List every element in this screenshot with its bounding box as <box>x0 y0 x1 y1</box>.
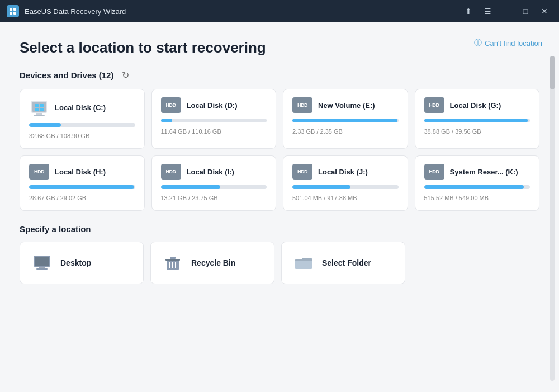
drive-card[interactable]: HDD Local Disk (G:) 38.88 GB / 39.56 GB <box>415 89 540 149</box>
specify-section-header: Specify a location <box>20 224 539 234</box>
svg-rect-5 <box>32 102 46 112</box>
folder-icon <box>293 252 314 273</box>
svg-rect-15 <box>36 268 48 270</box>
desktop-icon <box>31 252 53 273</box>
titlebar: EaseUS Data Recovery Wizard ⬆ ☰ — □ ✕ <box>0 0 559 22</box>
recycle-bin-icon <box>162 252 183 273</box>
drive-card[interactable]: HDD Local Disk (I:) 13.21 GB / 23.75 GB <box>151 155 277 211</box>
drive-size: 501.04 MB / 917.88 MB <box>292 195 357 201</box>
location-label-select-folder: Select Folder <box>322 258 371 267</box>
drive-grid: Local Disk (C:) 32.68 GB / 108.90 GB HDD… <box>20 89 539 211</box>
close-button[interactable]: ✕ <box>537 4 552 18</box>
drive-card[interactable]: HDD System Reser... (K:) 515.52 MB / 549… <box>415 155 540 211</box>
question-circle-icon: ⓘ <box>474 38 482 48</box>
drive-size: 515.52 MB / 549.00 MB <box>424 195 489 201</box>
drive-card-top: HDD Local Disk (D:) <box>161 97 267 113</box>
drive-name: Local Disk (H:) <box>55 168 106 176</box>
specify-divider <box>97 229 539 229</box>
drive-card[interactable]: HDD Local Disk (H:) 28.67 GB / 29.02 GB <box>20 155 145 211</box>
drive-progress-bar <box>292 185 399 189</box>
drive-size: 13.21 GB / 23.75 GB <box>161 195 218 201</box>
drive-size: 38.88 GB / 39.56 GB <box>424 128 481 135</box>
drive-card[interactable]: HDD New Volume (E:) 2.33 GB / 2.35 GB <box>283 89 408 149</box>
drive-progress-bar <box>161 119 267 122</box>
drive-size: 32.68 GB / 108.90 GB <box>29 133 89 139</box>
drive-progress-fill <box>161 185 220 189</box>
minimize-button[interactable]: — <box>499 4 514 18</box>
drive-progress-bar <box>29 185 135 189</box>
drive-name: New Volume (E:) <box>318 101 375 110</box>
drive-progress-fill <box>292 119 397 122</box>
drive-progress-bar <box>424 185 530 189</box>
hdd-drive-icon: HDD <box>29 164 49 180</box>
drive-name: Local Disk (D:) <box>187 101 238 110</box>
drive-progress-fill <box>29 123 61 127</box>
drive-size: 2.33 GB / 2.35 GB <box>292 128 343 135</box>
location-card-recycle-bin[interactable]: Recycle Bin <box>150 242 274 284</box>
page-title: Select a location to start recovering <box>20 39 539 56</box>
drive-progress-fill <box>424 119 528 122</box>
drive-card-top: HDD System Reser... (K:) <box>424 164 530 180</box>
drive-progress-bar <box>29 123 135 127</box>
drive-progress-bar <box>161 185 267 189</box>
svg-rect-14 <box>39 267 45 268</box>
drive-card[interactable]: HDD Local Disk (J:) 501.04 MB / 917.88 M… <box>283 155 408 211</box>
scrollbar-thumb[interactable] <box>550 56 555 89</box>
svg-rect-3 <box>13 12 16 15</box>
svg-rect-18 <box>170 257 176 259</box>
svg-rect-8 <box>35 104 39 107</box>
refresh-button[interactable]: ↻ <box>119 69 131 81</box>
windows-drive-icon <box>29 97 49 117</box>
drive-card[interactable]: HDD Local Disk (D:) 11.64 GB / 110.16 GB <box>151 89 277 149</box>
location-label-recycle-bin: Recycle Bin <box>191 258 235 267</box>
drive-progress-fill <box>424 185 524 189</box>
drive-card-top: HDD Local Disk (I:) <box>161 164 267 180</box>
location-card-select-folder[interactable]: Select Folder <box>281 242 405 284</box>
app-title: EaseUS Data Recovery Wizard <box>25 7 461 16</box>
hdd-drive-icon: HDD <box>161 97 181 113</box>
svg-rect-17 <box>165 259 180 261</box>
location-icon-select-folder <box>293 252 314 273</box>
drive-size: 28.67 GB / 29.02 GB <box>29 195 86 201</box>
hdd-drive-icon: HDD <box>292 164 312 180</box>
window-controls: ⬆ ☰ — □ ✕ <box>461 4 552 18</box>
devices-section-header: Devices and Drives (12) ↻ <box>20 69 539 81</box>
main-content: ⓘ Can't find location Select a location … <box>0 22 559 392</box>
svg-rect-7 <box>34 115 45 116</box>
location-icon-desktop <box>31 252 53 273</box>
location-card-desktop[interactable]: Desktop <box>20 242 144 284</box>
drive-card-top: HDD Local Disk (J:) <box>292 164 399 180</box>
scrollbar[interactable] <box>550 56 555 381</box>
drive-name: System Reser... (K:) <box>450 168 518 176</box>
cant-find-link[interactable]: ⓘ Can't find location <box>474 38 542 48</box>
drive-card-top: HDD Local Disk (G:) <box>424 97 530 113</box>
hdd-drive-icon: HDD <box>424 164 444 180</box>
drive-name: Local Disk (C:) <box>55 103 106 112</box>
hdd-drive-icon: HDD <box>161 164 181 180</box>
maximize-button[interactable]: □ <box>518 4 533 18</box>
menu-button[interactable]: ☰ <box>480 4 495 18</box>
svg-rect-13 <box>35 257 49 266</box>
section-divider <box>137 75 539 75</box>
location-label-desktop: Desktop <box>60 258 91 267</box>
location-grid: Desktop Recycle Bin Select Folder <box>20 242 405 284</box>
drive-name: Local Disk (J:) <box>318 168 368 176</box>
app-logo <box>7 5 19 17</box>
svg-rect-0 <box>10 8 12 11</box>
drive-progress-bar <box>292 119 399 122</box>
svg-rect-6 <box>36 113 42 115</box>
share-button[interactable]: ⬆ <box>461 4 476 18</box>
devices-section-title: Devices and Drives (12) <box>20 70 113 80</box>
location-icon-recycle-bin <box>162 252 183 273</box>
drive-card[interactable]: Local Disk (C:) 32.68 GB / 108.90 GB <box>20 89 145 149</box>
svg-rect-11 <box>40 108 44 111</box>
drive-progress-fill <box>29 185 134 189</box>
drive-card-top: HDD New Volume (E:) <box>292 97 399 113</box>
hdd-drive-icon: HDD <box>292 97 312 113</box>
drive-name: Local Disk (G:) <box>450 101 501 110</box>
svg-rect-10 <box>35 108 39 111</box>
drive-name: Local Disk (I:) <box>187 168 234 176</box>
drive-progress-fill <box>292 185 350 189</box>
hdd-drive-icon: HDD <box>424 97 444 113</box>
drive-card-top: HDD Local Disk (H:) <box>29 164 135 180</box>
